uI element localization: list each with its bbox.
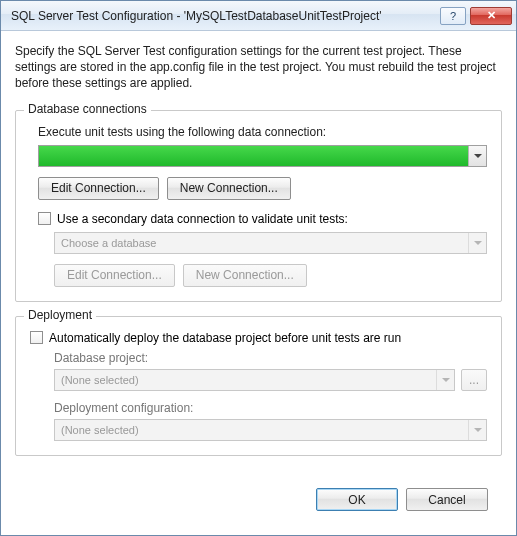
secondary-connection-checkbox[interactable] [38, 212, 51, 225]
database-project-row: (None selected) ... [54, 369, 487, 391]
secondary-connection-dropdown-button [468, 233, 486, 253]
database-project-value: (None selected) [55, 370, 436, 390]
deployment-config-label: Deployment configuration: [54, 401, 487, 415]
dialog-footer: OK Cancel [15, 478, 502, 525]
cancel-button[interactable]: Cancel [406, 488, 488, 511]
titlebar-buttons: ? ✕ [440, 7, 512, 25]
auto-deploy-checkbox[interactable] [30, 331, 43, 344]
intro-text: Specify the SQL Server Test configuratio… [15, 43, 502, 92]
auto-deploy-check-label: Automatically deploy the database projec… [49, 331, 401, 345]
close-icon: ✕ [487, 9, 496, 22]
secondary-connection-checkrow: Use a secondary data connection to valid… [38, 212, 487, 226]
help-icon: ? [450, 10, 456, 22]
deployment-group: Deployment Automatically deploy the data… [15, 316, 502, 456]
secondary-new-connection-button: New Connection... [183, 264, 307, 287]
new-connection-button[interactable]: New Connection... [167, 177, 291, 200]
database-connections-legend: Database connections [24, 102, 151, 116]
secondary-connection-section: Choose a database Edit Connection... New… [54, 232, 487, 287]
chevron-down-icon [474, 428, 482, 432]
deployment-legend: Deployment [24, 308, 96, 322]
chevron-down-icon [474, 241, 482, 245]
secondary-connection-buttons: Edit Connection... New Connection... [54, 264, 487, 287]
primary-connection-buttons: Edit Connection... New Connection... [38, 177, 487, 200]
deployment-config-dropdown-button [468, 420, 486, 440]
deployment-config-row: (None selected) [54, 419, 487, 441]
help-button[interactable]: ? [440, 7, 466, 25]
primary-connection-dropdown-button[interactable] [468, 146, 486, 166]
ok-button[interactable]: OK [316, 488, 398, 511]
primary-connection-combo[interactable] [38, 145, 487, 167]
window-title: SQL Server Test Configuration - 'MySQLTe… [11, 9, 440, 23]
chevron-down-icon [442, 378, 450, 382]
primary-connection-value [39, 146, 468, 166]
secondary-edit-connection-button: Edit Connection... [54, 264, 175, 287]
database-project-dropdown-button [436, 370, 454, 390]
secondary-connection-check-label: Use a secondary data connection to valid… [57, 212, 348, 226]
dialog-window: SQL Server Test Configuration - 'MySQLTe… [0, 0, 517, 536]
primary-connection-label: Execute unit tests using the following d… [38, 125, 487, 139]
close-button[interactable]: ✕ [470, 7, 512, 25]
database-project-label: Database project: [54, 351, 487, 365]
auto-deploy-checkrow: Automatically deploy the database projec… [30, 331, 487, 345]
deployment-config-value: (None selected) [55, 420, 468, 440]
database-connections-group: Database connections Execute unit tests … [15, 110, 502, 302]
secondary-connection-value: Choose a database [55, 233, 468, 253]
titlebar: SQL Server Test Configuration - 'MySQLTe… [1, 1, 516, 31]
dialog-content: Specify the SQL Server Test configuratio… [1, 31, 516, 535]
chevron-down-icon [474, 154, 482, 158]
browse-project-button: ... [461, 369, 487, 391]
secondary-connection-combo: Choose a database [54, 232, 487, 254]
deployment-config-combo: (None selected) [54, 419, 487, 441]
database-project-combo: (None selected) [54, 369, 455, 391]
edit-connection-button[interactable]: Edit Connection... [38, 177, 159, 200]
